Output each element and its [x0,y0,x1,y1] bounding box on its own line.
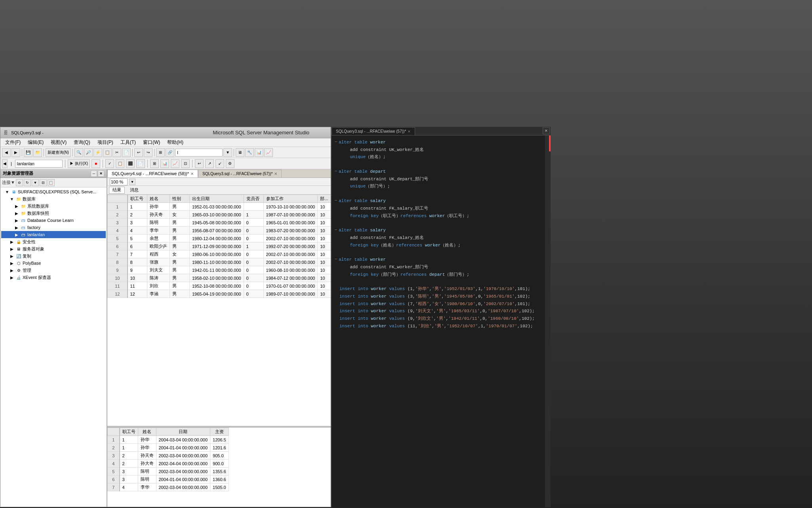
tree-item-server[interactable]: ▼ 🖥 SURFACE\SQLEXPRESS (SQL Serve... [1,188,106,195]
sql-line-content: alter table salary [339,227,386,234]
sql-tab-label: SQLQuery3.sql - ...RFACE\weiwe (57))* [336,129,406,134]
tb-btn10[interactable]: 🖥 [236,148,244,157]
sql-line: ─alter table worker [335,139,547,146]
properties-button[interactable]: 📋 [48,179,55,186]
row-number-cell: 7 [108,250,128,258]
search-button2[interactable]: 🔎 [84,148,93,157]
parse-button[interactable]: ✓ [105,159,114,168]
undo-button[interactable]: ↩ [134,148,143,157]
connect-label[interactable]: 连接▼ [2,180,15,185]
tb2-btn11[interactable]: ⚙ [226,159,234,168]
menu-help[interactable]: 帮助(H) [164,138,187,147]
table-cell: 1970-01-07 00:00:00.000 [263,282,318,290]
table-cell: 孙大奇 [138,460,156,468]
query-tab-1[interactable]: SQLQuery4.sql - ...RFACE\weiwe (58))* ✕ [107,170,198,178]
sql-line: ─alter table salary [335,197,547,205]
collapse-button[interactable]: ⊟ [40,179,47,186]
tab2-close[interactable]: ✕ [274,172,277,176]
tb-btn9[interactable]: ▼ [223,148,232,157]
tb-btn8[interactable]: 🔗 [166,148,174,157]
tab1-close[interactable]: ✕ [191,172,194,176]
search-box[interactable] [175,149,223,157]
new-query-button[interactable]: 新建查询(N) [46,148,71,157]
collapse-icon9: ▶ [9,246,15,252]
sql-tab-close[interactable]: ✕ [408,130,411,134]
tree-item-databases[interactable]: ▼ 📁 数据库 [1,195,106,202]
open-button[interactable]: 📁 [33,148,42,157]
tree-item-xevent[interactable]: ▶ 🔬 XEvent 探查器 [1,274,106,281]
sql-line: add constraint UK_depart_部门号 [335,176,547,183]
tb-btn12[interactable]: 📊 [255,148,263,157]
table-cell: 男 [170,282,190,290]
tree-item-management[interactable]: ▶ ⚙ 管理 [1,267,106,274]
nav-button[interactable]: ◀ [2,159,8,168]
tb2-btn1[interactable]: 📋 [116,159,124,168]
menu-query[interactable]: 查询(Q) [71,138,93,147]
results-tab-messages[interactable]: 消息 [126,187,142,194]
sql-line-content: insert into worker values (7,'程西','女','1… [339,300,530,308]
sql-line [335,249,547,256]
table-row: 1010陈涛男1958-02-10 00:00:00.00001984-07-1… [108,274,337,282]
query-tab-2[interactable]: SQLQuery3.sql - ...RFACE\weiwe (57))* ✕ [198,170,282,178]
menu-file[interactable]: 文件(F) [2,138,24,147]
menu-window[interactable]: 窗口(W) [140,138,163,147]
tb-btn13[interactable]: 📈 [264,148,273,157]
results-tab-results[interactable]: 结果 [109,187,125,194]
tree-item-db-lanlanlan[interactable]: ▶ 🗃 lanlanlan [1,231,106,238]
tb2-btn2[interactable]: ⬛ [126,159,135,168]
expand-icon2: ▼ [9,196,15,202]
database-selector[interactable] [15,160,63,168]
sql-line-content: add constraint FK_salary_职工号 [339,205,428,212]
tree-item-db-factory[interactable]: ▶ 🗃 factory [1,224,106,231]
redo-button[interactable]: ↪ [144,148,152,157]
tb-btn3[interactable]: ⚡ [93,148,102,157]
save-button[interactable]: 💾 [24,148,32,157]
separator9 [147,160,148,168]
tb2-btn9[interactable]: ↗ [205,159,214,168]
lower-col-name: 姓名 [138,428,156,436]
tb-btn5[interactable]: ✂ [112,148,121,157]
forward-button[interactable]: ▶ [11,148,20,157]
back-button[interactable]: ◀ [2,148,11,157]
zoom-input[interactable] [110,178,128,185]
tb2-btn7[interactable]: ⊡ [181,159,190,168]
tb-btn11[interactable]: 🔧 [245,148,254,157]
sql-block-marker: ─ [335,168,337,175]
tb2-btn5[interactable]: 📊 [160,159,169,168]
menu-view[interactable]: 视图(V) [48,138,70,147]
scrollbar-track[interactable] [545,136,551,507]
search-button1[interactable]: 🔍 [74,148,83,157]
menu-project[interactable]: 项目(P) [94,138,116,147]
tree-item-system-db[interactable]: ▶ 📁 系统数据库 [1,202,106,210]
zoom-dropdown[interactable]: ▼ [129,179,135,185]
sql-editor[interactable]: ─alter table worker add constraint UK_wo… [332,136,551,507]
refresh-button[interactable]: ↻ [24,179,31,186]
tb2-btn4[interactable]: ⊞ [150,159,159,168]
tb2-btn8[interactable]: ↩ [195,159,204,168]
tree-item-security[interactable]: ▶ 🔒 安全性 [1,238,106,245]
tb2-btn6[interactable]: 📈 [171,159,179,168]
tb-btn7[interactable]: ⊞ [156,148,165,157]
tree-item-snapshots[interactable]: ▶ 📁 数据库快照 [1,210,106,217]
tree-item-replication[interactable]: ▶ 🔄 复制 [1,252,106,260]
pin-button[interactable]: ─ [91,170,97,177]
tb2-btn3[interactable]: 📄 [136,159,145,168]
tb2-btn10[interactable]: ↙ [215,159,224,168]
tb-btn4[interactable]: 📋 [103,148,112,157]
row-number-cell: 1 [108,203,128,211]
filter-button[interactable]: ▼ [32,179,39,186]
tree-item-server-objects[interactable]: ▶ 🖥 服务器对象 [1,245,106,252]
tb-btn6[interactable]: 📄 [122,148,131,157]
table-cell: 1980-12-04 00:00:00.000 [190,235,244,243]
execute-button[interactable]: ▶ 执行(X) [68,159,90,168]
sql-tab-active[interactable]: SQLQuery3.sql - ...RFACE\weiwe (57))* ✕ [332,127,415,135]
menu-edit[interactable]: 编辑(E) [25,138,47,147]
menu-tools[interactable]: 工具(T) [117,138,139,147]
disconnect-button[interactable]: ⊖ [16,179,23,186]
tree-item-polybase[interactable]: ▶ ⬡ PolyBase [1,260,106,267]
stop-button[interactable]: ■ [91,159,100,168]
sql-panel-close[interactable]: ✕ [543,127,550,134]
tree-item-db-course[interactable]: ▶ 🗃 Database Course Learn [1,217,106,224]
sql-line [335,161,547,168]
close-panel-button[interactable]: ✕ [98,170,104,177]
